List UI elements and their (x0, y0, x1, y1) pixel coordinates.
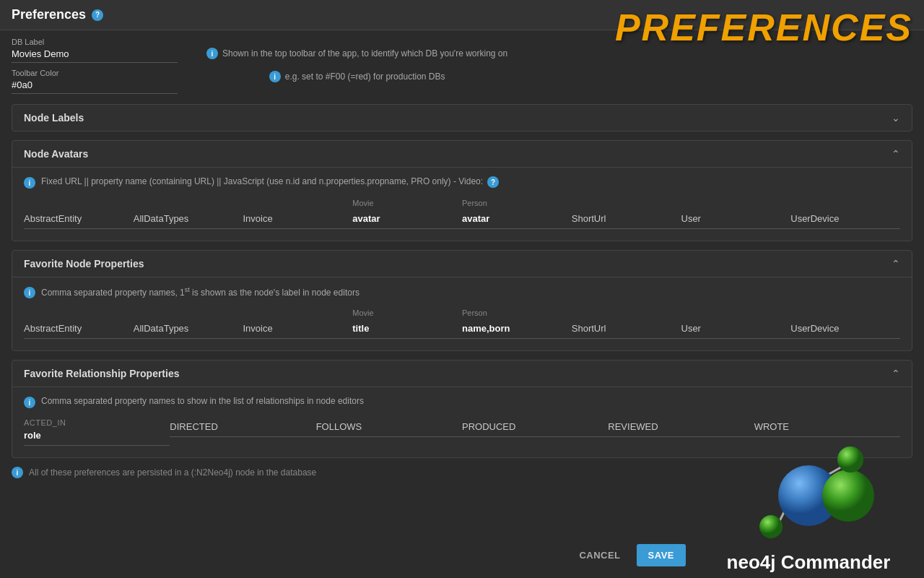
node-col-header: Movie (352, 199, 462, 210)
big-preferences-title: PREFERENCES (615, 6, 912, 49)
node-col: ShortUrl (572, 199, 681, 229)
node-avatars-body: i Fixed URL || property name (containing… (12, 168, 912, 241)
svg-point-5 (822, 470, 874, 522)
node-labels-title: Node Labels (24, 112, 84, 124)
node-col-value[interactable]: AllDataTypes (134, 323, 243, 339)
node-col-header (24, 199, 134, 210)
molecule-icon (736, 441, 881, 550)
rel-col: PRODUCED (462, 418, 608, 446)
toolbar-color-info-text: e.g. set to #F00 (=red) for production D… (285, 72, 445, 82)
node-avatars-help-icon[interactable]: ? (487, 176, 499, 188)
node-avatars-info-icon[interactable]: i (24, 177, 35, 189)
header-info-icon[interactable]: ? (92, 9, 103, 21)
favorite-rel-props-header[interactable]: Favorite Relationship Properties ⌃ (12, 361, 912, 387)
node-col: UserDevice (790, 309, 900, 339)
node-col-value[interactable]: ShortUrl (572, 323, 681, 339)
node-col: AbstractEntity (24, 199, 134, 229)
toolbar-color-value[interactable]: #0a0 (12, 79, 178, 94)
node-avatars-section: Node Avatars ⌃ i Fixed URL || property n… (12, 140, 912, 241)
node-col-header (572, 309, 681, 320)
page-title: Preferences (12, 7, 86, 22)
node-avatars-title: Node Avatars (24, 148, 88, 160)
node-avatars-desc-text: Fixed URL || property name (containing U… (41, 176, 483, 186)
rel-col-value[interactable]: DIRECTED (170, 421, 315, 437)
node-col: User (681, 309, 791, 339)
node-col-value[interactable]: User (681, 213, 791, 229)
favorite-rel-props-info-icon[interactable]: i (24, 397, 35, 408)
node-col-value[interactable]: title (352, 323, 462, 339)
node-col: Personavatar (462, 199, 572, 229)
node-col-value[interactable]: UserDevice (790, 323, 900, 339)
node-avatars-desc: i Fixed URL || property name (containing… (24, 176, 900, 189)
node-col-header: Person (462, 309, 572, 320)
rel-col-value[interactable]: FOLLOWS (316, 421, 462, 437)
favorite-node-props-chevron: ⌃ (892, 258, 900, 269)
node-col-value[interactable]: UserDevice (790, 213, 900, 229)
node-avatars-header[interactable]: Node Avatars ⌃ (12, 141, 912, 168)
node-col-header (681, 309, 791, 320)
node-col-header: Person (462, 199, 572, 210)
svg-point-6 (837, 447, 863, 473)
db-label-setting: DB Label Movies Demo (12, 38, 178, 63)
node-col: AllDataTypes (134, 309, 243, 339)
node-col: Invoice (243, 199, 353, 229)
node-col-value[interactable]: avatar (352, 213, 462, 229)
favorite-rel-props-desc: i Comma separated property names to show… (24, 396, 900, 408)
neo4j-logo-area: neo4j Commander (693, 426, 924, 578)
db-label-info-icon[interactable]: i (206, 48, 218, 59)
node-col-value[interactable]: Invoice (243, 323, 353, 339)
node-col-value[interactable]: AbstractEntity (24, 213, 134, 229)
db-label-label: DB Label (12, 38, 178, 46)
rel-col: ACTED_INrole (24, 418, 170, 446)
rel-col: DIRECTED (170, 418, 315, 446)
rel-col-value[interactable]: role (24, 430, 170, 446)
save-button[interactable]: SAVE (637, 544, 686, 566)
node-col-header (572, 199, 681, 210)
node-col-header (790, 199, 900, 210)
node-col-header (134, 199, 243, 210)
db-label-info-text: Shown in the top toolbar of the app, to … (222, 48, 507, 59)
node-col: UserDevice (790, 199, 900, 229)
node-col-header: Movie (352, 309, 462, 320)
favorite-node-props-desc: i Comma separated property names, 1st is… (24, 286, 900, 298)
favorite-rel-props-chevron: ⌃ (892, 368, 900, 379)
node-labels-chevron: ⌄ (892, 112, 900, 124)
node-col-header (24, 309, 134, 320)
node-col-header (243, 309, 353, 320)
favorite-node-props-body: i Comma separated property names, 1st is… (12, 277, 912, 350)
node-col-value[interactable]: AllDataTypes (134, 213, 243, 229)
node-col-value[interactable]: name,born (462, 323, 572, 339)
action-buttons: CANCEL SAVE (569, 544, 686, 566)
cancel-button[interactable]: CANCEL (569, 544, 630, 566)
toolbar-color-info-icon[interactable]: i (269, 71, 281, 82)
db-label-group: DB Label Movies Demo Toolbar Color #0a0 (12, 38, 178, 94)
favorite-node-props-section: Favorite Node Properties ⌃ i Comma separ… (12, 250, 912, 351)
favorite-rel-props-title: Favorite Relationship Properties (24, 368, 180, 379)
favorite-rel-props-desc-text: Comma separated property names to show i… (41, 396, 364, 406)
favorite-node-props-info-icon[interactable]: i (24, 287, 35, 298)
top-info-column: i Shown in the top toolbar of the app, t… (192, 38, 507, 94)
favorite-node-props-table: AbstractEntityAllDataTypesInvoiceMovieti… (24, 309, 900, 339)
node-col-value[interactable]: avatar (462, 213, 572, 229)
rel-col-value[interactable]: PRODUCED (462, 421, 608, 437)
toolbar-color-label: Toolbar Color (12, 69, 178, 77)
footer-note-icon: i (12, 467, 23, 478)
node-col: Personname,born (462, 309, 572, 339)
favorite-node-props-title: Favorite Node Properties (24, 258, 144, 269)
node-col: Movietitle (352, 309, 462, 339)
toolbar-color-setting: Toolbar Color #0a0 (12, 69, 178, 94)
node-col-value[interactable]: Invoice (243, 213, 353, 229)
node-col: AbstractEntity (24, 309, 134, 339)
node-col: Invoice (243, 309, 353, 339)
footer-note-text: All of these preferences are persisted i… (29, 467, 316, 478)
favorite-node-props-header[interactable]: Favorite Node Properties ⌃ (12, 251, 912, 277)
node-labels-header[interactable]: Node Labels ⌄ (12, 105, 912, 131)
node-col-value[interactable]: AbstractEntity (24, 323, 134, 339)
node-col: Movieavatar (352, 199, 462, 229)
node-col-value[interactable]: ShortUrl (572, 213, 681, 229)
db-label-value[interactable]: Movies Demo (12, 48, 178, 63)
node-col-header (790, 309, 900, 320)
neo4j-brand-text: neo4j Commander (727, 551, 891, 574)
node-avatars-table: AbstractEntityAllDataTypesInvoiceMovieav… (24, 199, 900, 229)
node-col-value[interactable]: User (681, 323, 791, 339)
